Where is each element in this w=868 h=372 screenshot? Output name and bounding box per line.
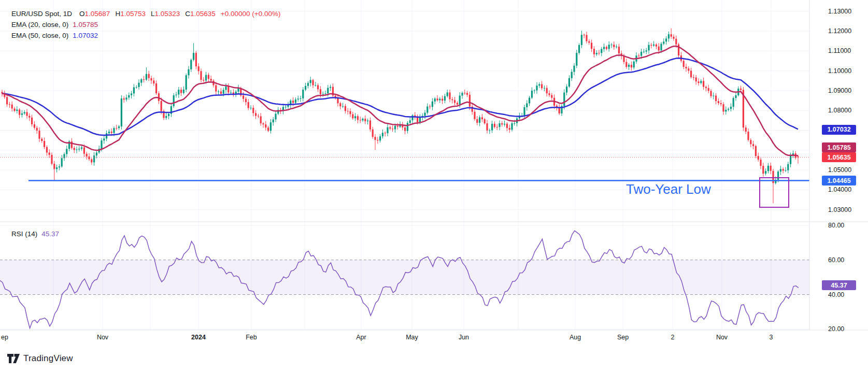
time-axis-label: 2 xyxy=(671,334,675,341)
chart-canvas[interactable] xyxy=(0,0,868,372)
rsi-legend-row[interactable]: RSI (14) 45.37 xyxy=(11,230,59,238)
ema50-price-badge: 1.07032 xyxy=(822,125,856,135)
change-value: +0.00000 (+0.00%) xyxy=(221,10,281,18)
price-tick-label: 1.11000 xyxy=(828,47,864,54)
price-tick-label: 1.09000 xyxy=(828,87,864,94)
last-price-badge: 1.05635 xyxy=(822,152,856,162)
ema20-value: 1.05785 xyxy=(73,21,98,28)
rsi-value-badge: 45.37 xyxy=(822,280,856,290)
ema20-price-badge: 1.05785 xyxy=(822,142,856,152)
ohlc-close: C1.05635 xyxy=(185,10,216,18)
rsi-tick-label: 20.00 xyxy=(828,325,864,333)
tradingview-logo-icon xyxy=(7,353,20,364)
price-tick-label: 1.12000 xyxy=(828,27,864,35)
rsi-label: RSI (14) xyxy=(11,230,37,238)
time-axis-label: Nov xyxy=(97,334,108,341)
time-axis-label: 2024 xyxy=(191,334,206,341)
price-tick-label: 1.10000 xyxy=(828,67,864,75)
ema20-legend-row[interactable]: EMA (20, close, 0) 1.05785 xyxy=(11,19,280,30)
ohlc-high: H1.05753 xyxy=(115,10,146,18)
time-axis-label: Jun xyxy=(459,334,469,341)
symbol-legend-row[interactable]: EUR/USD Spot, 1D O1.05687 H1.05753 L1.05… xyxy=(11,8,280,19)
price-tick-label: 1.08000 xyxy=(828,107,864,114)
ohlc-low: L1.05323 xyxy=(151,10,180,18)
symbol-title: EUR/USD Spot, 1D xyxy=(11,10,72,18)
rsi-value: 45.37 xyxy=(41,230,59,238)
ema20-label: EMA (20, close, 0) xyxy=(11,21,68,28)
price-tick-label: 1.05000 xyxy=(828,166,864,174)
rsi-band xyxy=(0,260,809,295)
ohlc-open: O1.05687 xyxy=(79,10,110,18)
price-tick-label: 1.13000 xyxy=(828,8,864,15)
rsi-tick-label: 40.00 xyxy=(828,291,864,298)
two-year-low-annotation[interactable]: Two-Year Low xyxy=(626,181,711,197)
time-axis-label: 3 xyxy=(770,334,773,341)
ema50-legend-row[interactable]: EMA (50, close, 0) 1.07032 xyxy=(11,30,280,41)
rsi-tick-label: 80.00 xyxy=(828,222,864,229)
ema50-label: EMA (50, close, 0) xyxy=(11,32,68,39)
time-axis-label: ep xyxy=(1,334,8,341)
chart-legend: EUR/USD Spot, 1D O1.05687 H1.05753 L1.05… xyxy=(11,8,280,41)
time-axis-label: Aug xyxy=(570,334,581,341)
price-tick-label: 1.04000 xyxy=(828,186,864,193)
tradingview-brand-text: TradingView xyxy=(23,353,73,364)
two-year-low-box-drawing[interactable] xyxy=(760,178,789,207)
rsi-tick-label: 60.00 xyxy=(828,256,864,264)
time-axis-label: May xyxy=(406,334,418,341)
price-tick-label: 1.03000 xyxy=(828,206,864,213)
tradingview-watermark[interactable]: TradingView xyxy=(7,353,73,364)
time-axis-label: Feb xyxy=(246,334,257,341)
time-axis-label: Nov xyxy=(716,334,728,341)
support-level-badge: 1.04465 xyxy=(822,176,856,185)
time-axis-label: Apr xyxy=(356,334,366,341)
time-axis-label: Sep xyxy=(617,334,629,341)
time-scale[interactable] xyxy=(0,330,868,345)
ema50-value: 1.07032 xyxy=(73,32,98,39)
tradingview-chart-window: EUR/USD Spot, 1D O1.05687 H1.05753 L1.05… xyxy=(0,0,868,372)
